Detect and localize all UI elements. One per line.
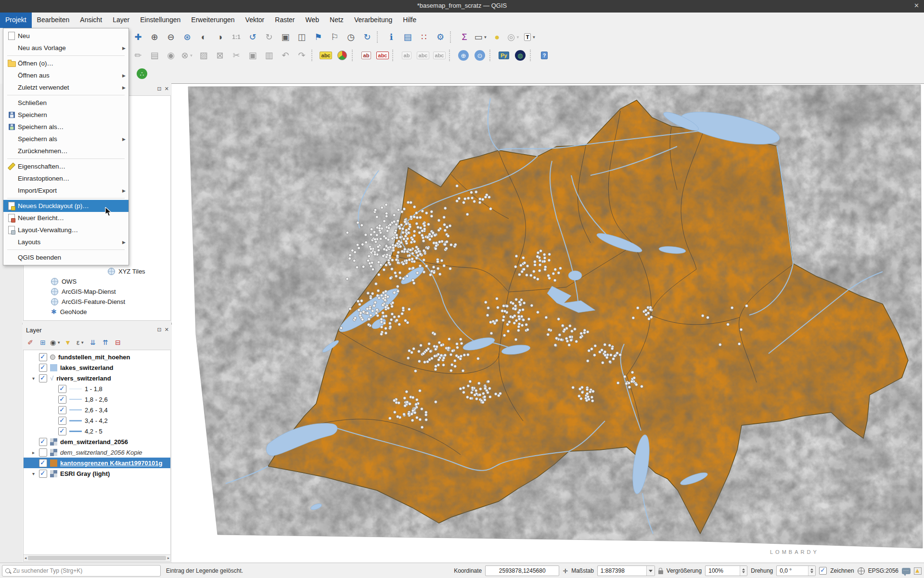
show-bookmarks-icon[interactable]: ⚐ [327,29,342,45]
chevron-down-icon[interactable] [646,566,654,576]
toggle-editing-icon[interactable]: ✏ [130,48,146,63]
vertex-tool-icon[interactable]: ⊗▼ [180,48,195,63]
browser-item-arcgis-feature-dienst[interactable]: ArcGIS-Feature-Dienst [51,297,125,306]
menubar-item-web[interactable]: Web [300,13,325,28]
identify-icon[interactable]: ℹ [384,29,399,45]
undo-icon[interactable]: ↶ [278,48,293,63]
menubar-item-einstellungen[interactable]: Einstellungen [135,13,186,28]
menubar-item-bearbeiten[interactable]: Bearbeiten [32,13,75,28]
menu-item-speichern[interactable]: Speichern [3,109,128,121]
layer-row[interactable]: 2,6 - 3,4 [24,405,170,415]
layer-visibility-checkbox[interactable] [39,374,47,382]
refresh-icon[interactable]: ↻ [359,29,375,45]
menubar-item-layer[interactable]: Layer [107,13,135,28]
menu-item-zuletzt-verwendet[interactable]: Zuletzt verwendet▶ [3,81,128,93]
menu-item-import-export[interactable]: Import/Export▶ [3,184,128,197]
layer-panel-hscrollbar[interactable]: ◂ ▸ [23,554,171,562]
messages-icon[interactable]: ··· [902,568,911,574]
measure-icon[interactable]: ▭▼ [473,29,488,45]
menubar-item-verarbeitung[interactable]: Verarbeitung [349,13,398,28]
zoom-in-icon[interactable]: ⊕ [147,29,162,45]
menu-item-öffnen-o-[interactable]: Öffnen (o)… [3,57,128,69]
scale-combobox[interactable]: 1:887398 [597,565,655,576]
render-checkbox[interactable] [819,567,827,575]
menu-item-layouts[interactable]: Layouts▶ [3,236,128,248]
crs-status[interactable]: EPSG:2056 [868,567,898,574]
expander-down-icon[interactable]: ▾ [32,471,39,476]
layer-diagram-icon[interactable] [334,48,350,63]
zoom-full-icon[interactable]: ⊛ [180,29,195,45]
menu-item-zurücknehmen-[interactable]: Zurücknehmen… [3,145,128,157]
menu-item-schließen[interactable]: Schließen [3,97,128,109]
menubar-item-netz[interactable]: Netz [324,13,349,28]
highlight-pinned-labels-icon[interactable]: abc [375,48,390,63]
move-label-icon[interactable]: ab [399,48,414,63]
layer-row[interactable]: ▾√rivers_switzerland [24,373,170,383]
layer-visibility-checkbox[interactable] [39,470,47,478]
attribute-table-icon[interactable]: ▤ [400,29,415,45]
scrollbar-thumb[interactable] [28,556,166,560]
paste-icon[interactable]: ▥ [261,48,277,63]
locator-search-input[interactable]: Zu suchender Typ (Strg+K) [2,565,161,577]
show-hide-labels-icon[interactable]: abc [415,48,431,63]
python-console-icon[interactable]: Py [496,48,512,63]
delete-selected-icon[interactable]: ⊠ [212,48,228,63]
crs-globe-icon[interactable] [858,567,865,575]
menubar-item-raster[interactable]: Raster [270,13,300,28]
layer-row[interactable]: 1 - 1,8 [24,383,170,394]
map-canvas[interactable]: LOMBARDY [172,84,924,563]
copy-icon[interactable]: ▣ [245,48,260,63]
change-label-icon[interactable]: abc [432,48,447,63]
layer-visibility-checkbox[interactable] [39,438,47,446]
layer-visibility-checkbox[interactable] [39,353,47,361]
layer-row[interactable]: kantonsgrenzen K4kant19970101g [24,458,170,468]
text-annotation-icon[interactable]: T▼ [522,29,538,45]
new-bookmark-icon[interactable]: ⚑ [310,29,326,45]
log-messages-icon[interactable] [914,567,922,575]
new-map-view-icon[interactable]: ▣ [278,29,293,45]
spinner-arrows-icon[interactable] [740,566,747,576]
menu-item-qgis-beenden[interactable]: QGIS beenden [3,251,128,263]
modify-attributes-icon[interactable]: ▨ [196,48,211,63]
zoom-out-icon[interactable]: ⊖ [163,29,179,45]
zoom-to-selection-icon[interactable]: ◐ [196,29,211,45]
lock-scale-icon[interactable] [658,570,663,574]
layer-visibility-checkbox[interactable] [58,427,66,435]
close-panel-icon[interactable]: ✕ [165,327,169,333]
redo-icon[interactable]: ↷ [294,48,309,63]
menu-item-eigenschaften-[interactable]: Eigenschaften… [3,160,128,172]
layer-visibility-checkbox[interactable] [58,385,66,393]
layer-row[interactable]: 3,4 - 4,2 [24,415,170,426]
layer-row[interactable]: 4,2 - 5 [24,426,170,436]
menubar-item-hilfe[interactable]: Hilfe [398,13,422,28]
layer-row[interactable]: fundstellen_mit_hoehen [24,352,170,362]
close-window-icon[interactable]: ✕ [914,2,919,9]
processing-toolbox-icon[interactable]: ⚙ [433,29,448,45]
layer-visibility-checkbox[interactable] [39,459,47,467]
help-icon[interactable]: ? [537,48,552,63]
layer-row[interactable]: dem_switzerland_2056 [24,436,170,447]
styling-panel-icon[interactable]: ✐ [25,337,36,348]
zoom-to-layer-icon[interactable]: ◑ [212,29,228,45]
zoom-last-icon[interactable]: ↺ [245,29,260,45]
share-icon[interactable]: ∴ [134,66,150,81]
scroll-right-icon[interactable]: ▸ [167,556,169,560]
map-tips-icon[interactable]: ● [489,29,505,45]
mouse-position-icon[interactable]: ✛ [563,567,568,575]
spinner-arrows-icon[interactable] [808,566,815,576]
menubar-item-vektor[interactable]: Vektor [240,13,270,28]
menu-item-layout-verwaltung-[interactable]: Layout-Verwaltung… [3,224,128,236]
zoom-next-icon[interactable]: ↻ [261,29,277,45]
menu-item-neu-aus-vorlage[interactable]: Neu aus Vorlage▶ [3,42,128,54]
menubar-item-projekt[interactable]: Projekt [0,13,32,28]
zoom-native-icon[interactable]: 1:1 [229,29,244,45]
collapse-all-icon[interactable]: ⇈ [100,337,111,348]
layer-visibility-checkbox[interactable] [58,395,66,404]
remove-layer-icon[interactable]: ⊟ [112,337,124,348]
temporal-controller-icon[interactable]: ◷ [343,29,359,45]
pin-labels-icon[interactable]: ab [359,48,374,63]
scroll-left-icon[interactable]: ◂ [25,556,26,560]
browser-item-ows[interactable]: OWS [51,276,77,286]
coordinate-input[interactable]: 2593878,1245680 [485,565,559,576]
layer-visibility-checkbox[interactable] [58,417,66,425]
